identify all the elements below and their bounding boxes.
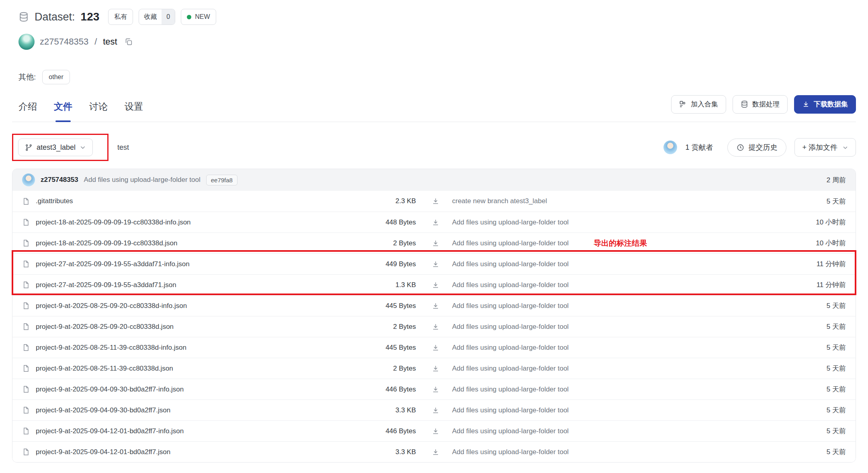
tabs-bar: 介绍 文件 讨论 设置 加入合集 数据处理	[12, 92, 856, 122]
file-name-cell: project-27-at-2025-09-09-19-55-a3ddaf71-…	[22, 260, 356, 268]
download-icon[interactable]	[432, 344, 439, 351]
table-row: project-18-at-2025-09-09-09-19-cc80338d-…	[12, 212, 856, 232]
file-size: 2 Bytes	[356, 323, 416, 331]
download-icon[interactable]	[432, 240, 439, 247]
file-time: 5 天前	[786, 343, 846, 352]
data-processing-button[interactable]: 数据处理	[733, 95, 788, 114]
commit-message-cell: Add files using upload-large-folder tool	[442, 218, 786, 226]
download-icon[interactable]	[432, 386, 439, 393]
table-row: project-9-at-2025-09-04-09-30-bd0a2ff7-i…	[12, 379, 856, 400]
file-icon	[22, 365, 30, 372]
database-icon	[18, 12, 29, 22]
file-name-link[interactable]: project-9-at-2025-08-25-09-20-cc80338d-i…	[36, 302, 187, 310]
committer-avatar[interactable]	[22, 173, 35, 186]
download-icon[interactable]	[432, 219, 439, 226]
file-size: 445 Bytes	[356, 302, 416, 310]
table-row: project-18-at-2025-09-09-09-19-cc80338d.…	[12, 232, 856, 253]
add-file-button[interactable]: + 添加文件	[794, 138, 856, 157]
favorite-label: 收藏	[139, 13, 162, 21]
download-icon[interactable]	[432, 365, 439, 372]
download-icon[interactable]	[432, 323, 439, 330]
download-icon[interactable]	[432, 281, 439, 289]
new-badge-label: NEW	[195, 13, 210, 20]
chevron-down-icon	[80, 144, 86, 151]
file-size: 446 Bytes	[356, 427, 416, 435]
commit-time: 2 周前	[827, 175, 846, 185]
file-commit-message[interactable]: Add files using upload-large-folder tool	[452, 239, 569, 247]
file-name-link[interactable]: project-18-at-2025-09-09-09-19-cc80338d-…	[36, 218, 191, 226]
commit-message[interactable]: Add files using upload-large-folder tool	[84, 176, 201, 184]
favorite-badge[interactable]: 收藏 0	[139, 9, 175, 25]
file-commit-message[interactable]: Add files using upload-large-folder tool	[452, 427, 569, 435]
committer-name[interactable]: z275748353	[41, 176, 78, 184]
download-cell	[416, 323, 442, 330]
file-name-cell: project-9-at-2025-09-04-09-30-bd0a2ff7.j…	[22, 406, 356, 414]
download-icon	[802, 100, 810, 108]
file-name-link[interactable]: project-9-at-2025-09-04-09-30-bd0a2ff7-i…	[36, 385, 184, 393]
tab-files[interactable]: 文件	[54, 92, 72, 122]
download-icon[interactable]	[432, 449, 439, 456]
tab-settings[interactable]: 设置	[125, 92, 143, 122]
tab-discussion[interactable]: 讨论	[89, 92, 108, 122]
copy-icon[interactable]	[124, 37, 133, 46]
download-icon[interactable]	[432, 261, 439, 268]
commit-message-cell: Add files using upload-large-folder tool	[442, 323, 786, 331]
avatar[interactable]	[18, 34, 35, 50]
contributor-avatar[interactable]	[663, 141, 677, 154]
file-commit-message[interactable]: Add files using upload-large-folder tool	[452, 218, 569, 226]
annotation-red-box-branch: atest3_label	[12, 134, 108, 161]
favorite-count: 0	[162, 9, 175, 24]
download-icon[interactable]	[432, 428, 439, 435]
tags-row: 其他: other	[12, 51, 856, 86]
commit-hash-badge[interactable]: ee79fa8	[206, 175, 237, 186]
branch-selector[interactable]: atest3_label	[18, 139, 93, 156]
file-name-link[interactable]: project-9-at-2025-09-04-12-01-bd0a2ff7-i…	[36, 427, 184, 435]
file-name-link[interactable]: project-9-at-2025-08-25-11-39-cc80338d.j…	[36, 365, 173, 373]
download-icon[interactable]	[432, 302, 439, 310]
breadcrumb[interactable]: test	[117, 143, 129, 152]
commit-message-cell: Add files using upload-large-folder tool	[442, 427, 786, 435]
file-name-link[interactable]: project-18-at-2025-09-09-09-19-cc80338d.…	[36, 239, 178, 247]
file-commit-message[interactable]: Add files using upload-large-folder tool	[452, 365, 569, 373]
file-time: 11 分钟前	[786, 259, 846, 269]
download-icon[interactable]	[432, 407, 439, 414]
file-commit-message[interactable]: Add files using upload-large-folder tool	[452, 260, 569, 268]
download-dataset-button[interactable]: 下载数据集	[794, 95, 856, 114]
tab-intro[interactable]: 介绍	[18, 92, 37, 122]
branch-row: atest3_label test 1 贡献者 提交历史	[12, 133, 856, 162]
owner-row: z275748353 / test	[12, 26, 856, 51]
file-commit-message[interactable]: Add files using upload-large-folder tool	[452, 344, 569, 352]
page-title: Dataset:	[35, 11, 75, 23]
file-commit-message[interactable]: Add files using upload-large-folder tool	[452, 385, 569, 393]
file-commit-message[interactable]: Add files using upload-large-folder tool	[452, 406, 569, 414]
repo-link[interactable]: test	[103, 37, 117, 47]
add-to-collection-button[interactable]: 加入合集	[671, 95, 726, 114]
file-size: 3.3 KB	[356, 406, 416, 414]
file-commit-message[interactable]: Add files using upload-large-folder tool	[452, 323, 569, 331]
database-icon	[741, 100, 748, 108]
file-icon	[22, 302, 30, 310]
file-name-link[interactable]: project-27-at-2025-09-09-19-55-a3ddaf71.…	[36, 281, 176, 289]
file-commit-message[interactable]: Add files using upload-large-folder tool	[452, 302, 569, 310]
file-icon	[22, 260, 30, 268]
file-commit-message[interactable]: create new branch atest3_label	[452, 197, 547, 205]
file-name-link[interactable]: project-9-at-2025-09-04-09-30-bd0a2ff7.j…	[36, 406, 170, 414]
file-name-cell: .gitattributes	[22, 197, 356, 205]
file-commit-message[interactable]: Add files using upload-large-folder tool	[452, 281, 569, 289]
file-name-link[interactable]: project-9-at-2025-09-04-12-01-bd0a2ff7.j…	[36, 448, 170, 456]
file-name-link[interactable]: project-27-at-2025-09-09-19-55-a3ddaf71-…	[36, 260, 190, 268]
file-name-link[interactable]: project-9-at-2025-08-25-09-20-cc80338d.j…	[36, 323, 174, 331]
file-name-cell: project-9-at-2025-08-25-11-39-cc80338d-i…	[22, 344, 356, 352]
owner-link[interactable]: z275748353	[40, 37, 88, 47]
download-cell	[416, 428, 442, 435]
file-commit-message[interactable]: Add files using upload-large-folder tool	[452, 448, 569, 456]
download-icon[interactable]	[432, 198, 439, 205]
contributors-link[interactable]: 1 贡献者	[685, 143, 713, 152]
commit-history-button[interactable]: 提交历史	[727, 139, 786, 157]
tag-other[interactable]: other	[42, 70, 70, 84]
file-name-link[interactable]: .gitattributes	[36, 197, 73, 205]
file-name-cell: project-9-at-2025-09-04-12-01-bd0a2ff7.j…	[22, 448, 356, 456]
download-cell	[416, 281, 442, 289]
file-name-link[interactable]: project-9-at-2025-08-25-11-39-cc80338d-i…	[36, 344, 186, 352]
commit-message-cell: Add files using upload-large-folder tool	[442, 344, 786, 352]
